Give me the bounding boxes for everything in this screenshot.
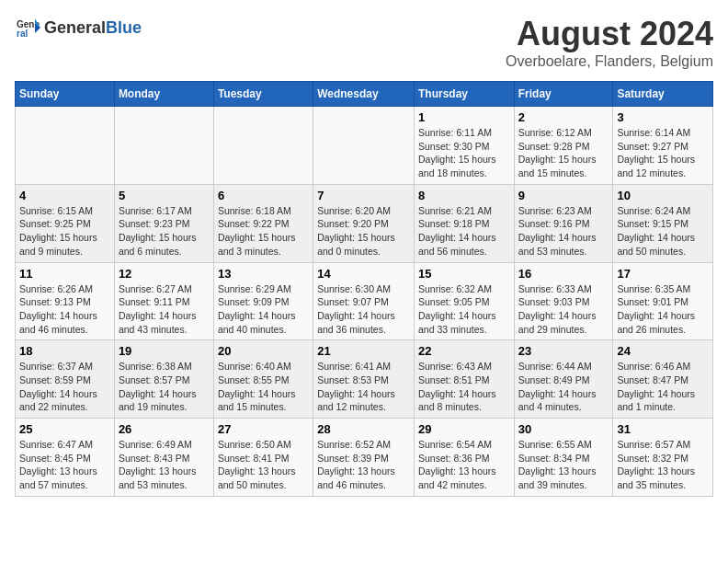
day-info: Sunrise: 6:12 AM Sunset: 9:28 PM Dayligh…	[518, 126, 609, 180]
logo-blue: Blue	[106, 18, 142, 37]
calendar-cell: 26Sunrise: 6:49 AM Sunset: 8:43 PM Dayli…	[114, 419, 213, 497]
day-info: Sunrise: 6:55 AM Sunset: 8:34 PM Dayligh…	[518, 438, 609, 492]
day-number: 10	[617, 189, 709, 202]
day-number: 17	[617, 267, 709, 281]
logo: Gene ral GeneralBlue	[15, 15, 142, 40]
calendar-cell: 10Sunrise: 6:24 AM Sunset: 9:15 PM Dayli…	[613, 184, 713, 262]
calendar-header-row: SundayMondayTuesdayWednesdayThursdayFrid…	[16, 82, 713, 107]
day-number: 25	[19, 422, 110, 436]
day-info: Sunrise: 6:24 AM Sunset: 9:15 PM Dayligh…	[617, 204, 709, 259]
page-header: Gene ral GeneralBlue August 2024 Overboe…	[15, 15, 713, 70]
subtitle: Overboelare, Flanders, Belgium	[506, 53, 713, 70]
day-number: 13	[218, 267, 309, 281]
day-info: Sunrise: 6:30 AM Sunset: 9:07 PM Dayligh…	[317, 282, 410, 337]
day-info: Sunrise: 6:44 AM Sunset: 8:49 PM Dayligh…	[518, 360, 609, 414]
day-number: 24	[617, 344, 709, 358]
calendar-cell	[213, 107, 313, 185]
day-number: 21	[317, 344, 410, 358]
logo-icon: Gene ral	[15, 15, 40, 40]
weekday-header-wednesday: Wednesday	[313, 82, 415, 107]
day-info: Sunrise: 6:21 AM Sunset: 9:18 PM Dayligh…	[418, 204, 510, 259]
day-number: 1	[418, 110, 510, 124]
calendar-cell: 1Sunrise: 6:11 AM Sunset: 9:30 PM Daylig…	[414, 107, 514, 185]
calendar-week-row: 4Sunrise: 6:15 AM Sunset: 9:25 PM Daylig…	[16, 184, 713, 262]
day-info: Sunrise: 6:37 AM Sunset: 8:59 PM Dayligh…	[19, 360, 110, 414]
day-number: 19	[119, 344, 210, 358]
weekday-header-thursday: Thursday	[414, 82, 514, 107]
calendar-cell: 24Sunrise: 6:46 AM Sunset: 8:47 PM Dayli…	[613, 340, 713, 419]
calendar-cell: 29Sunrise: 6:54 AM Sunset: 8:36 PM Dayli…	[414, 419, 514, 497]
calendar-cell: 15Sunrise: 6:32 AM Sunset: 9:05 PM Dayli…	[414, 262, 514, 340]
day-info: Sunrise: 6:15 AM Sunset: 9:25 PM Dayligh…	[19, 204, 110, 259]
day-info: Sunrise: 6:33 AM Sunset: 9:03 PM Dayligh…	[518, 282, 609, 337]
day-number: 20	[218, 344, 309, 358]
day-info: Sunrise: 6:17 AM Sunset: 9:23 PM Dayligh…	[119, 204, 210, 259]
day-info: Sunrise: 6:20 AM Sunset: 9:20 PM Dayligh…	[317, 204, 410, 259]
day-info: Sunrise: 6:23 AM Sunset: 9:16 PM Dayligh…	[518, 204, 609, 259]
calendar-cell: 7Sunrise: 6:20 AM Sunset: 9:20 PM Daylig…	[313, 184, 415, 262]
main-title: August 2024	[506, 15, 713, 53]
day-number: 11	[19, 267, 110, 281]
calendar-cell: 19Sunrise: 6:38 AM Sunset: 8:57 PM Dayli…	[114, 340, 213, 419]
day-info: Sunrise: 6:43 AM Sunset: 8:51 PM Dayligh…	[418, 360, 510, 414]
calendar-cell: 6Sunrise: 6:18 AM Sunset: 9:22 PM Daylig…	[213, 184, 313, 262]
calendar-cell: 27Sunrise: 6:50 AM Sunset: 8:41 PM Dayli…	[213, 419, 313, 497]
calendar-cell: 2Sunrise: 6:12 AM Sunset: 9:28 PM Daylig…	[514, 107, 613, 185]
day-number: 22	[418, 344, 510, 358]
calendar-cell: 30Sunrise: 6:55 AM Sunset: 8:34 PM Dayli…	[514, 419, 613, 497]
calendar-cell: 13Sunrise: 6:29 AM Sunset: 9:09 PM Dayli…	[213, 262, 313, 340]
day-number: 29	[418, 422, 510, 436]
calendar-cell: 25Sunrise: 6:47 AM Sunset: 8:45 PM Dayli…	[16, 419, 115, 497]
calendar-cell: 4Sunrise: 6:15 AM Sunset: 9:25 PM Daylig…	[16, 184, 115, 262]
day-number: 31	[617, 422, 709, 436]
day-info: Sunrise: 6:47 AM Sunset: 8:45 PM Dayligh…	[19, 438, 110, 492]
calendar-table: SundayMondayTuesdayWednesdayThursdayFrid…	[15, 81, 713, 497]
day-number: 9	[518, 189, 609, 202]
calendar-cell: 9Sunrise: 6:23 AM Sunset: 9:16 PM Daylig…	[514, 184, 613, 262]
day-info: Sunrise: 6:26 AM Sunset: 9:13 PM Dayligh…	[19, 282, 110, 337]
calendar-cell: 8Sunrise: 6:21 AM Sunset: 9:18 PM Daylig…	[414, 184, 514, 262]
day-info: Sunrise: 6:32 AM Sunset: 9:05 PM Dayligh…	[418, 282, 510, 337]
calendar-cell: 20Sunrise: 6:40 AM Sunset: 8:55 PM Dayli…	[213, 340, 313, 419]
weekday-header-sunday: Sunday	[16, 82, 115, 107]
day-number: 12	[119, 267, 210, 281]
calendar-cell: 5Sunrise: 6:17 AM Sunset: 9:23 PM Daylig…	[114, 184, 213, 262]
day-number: 23	[518, 344, 609, 358]
day-number: 5	[119, 189, 210, 202]
day-number: 26	[119, 422, 210, 436]
day-number: 6	[218, 189, 309, 202]
calendar-cell: 12Sunrise: 6:27 AM Sunset: 9:11 PM Dayli…	[114, 262, 213, 340]
day-number: 3	[617, 110, 709, 124]
weekday-header-monday: Monday	[114, 82, 213, 107]
calendar-week-row: 18Sunrise: 6:37 AM Sunset: 8:59 PM Dayli…	[16, 340, 713, 419]
day-info: Sunrise: 6:50 AM Sunset: 8:41 PM Dayligh…	[218, 438, 309, 492]
day-info: Sunrise: 6:52 AM Sunset: 8:39 PM Dayligh…	[317, 438, 410, 492]
calendar-cell: 28Sunrise: 6:52 AM Sunset: 8:39 PM Dayli…	[313, 419, 415, 497]
calendar-cell: 21Sunrise: 6:41 AM Sunset: 8:53 PM Dayli…	[313, 340, 415, 419]
svg-text:ral: ral	[17, 29, 28, 39]
calendar-cell: 3Sunrise: 6:14 AM Sunset: 9:27 PM Daylig…	[613, 107, 713, 185]
logo-general: General	[44, 18, 106, 37]
title-area: August 2024 Overboelare, Flanders, Belgi…	[506, 15, 713, 70]
calendar-cell: 11Sunrise: 6:26 AM Sunset: 9:13 PM Dayli…	[16, 262, 115, 340]
day-number: 15	[418, 267, 510, 281]
logo-text: GeneralBlue	[44, 18, 142, 38]
calendar-cell: 18Sunrise: 6:37 AM Sunset: 8:59 PM Dayli…	[16, 340, 115, 419]
day-info: Sunrise: 6:38 AM Sunset: 8:57 PM Dayligh…	[119, 360, 210, 414]
calendar-week-row: 25Sunrise: 6:47 AM Sunset: 8:45 PM Dayli…	[16, 419, 713, 497]
day-number: 2	[518, 110, 609, 124]
calendar-cell: 22Sunrise: 6:43 AM Sunset: 8:51 PM Dayli…	[414, 340, 514, 419]
day-info: Sunrise: 6:54 AM Sunset: 8:36 PM Dayligh…	[418, 438, 510, 492]
calendar-cell: 23Sunrise: 6:44 AM Sunset: 8:49 PM Dayli…	[514, 340, 613, 419]
calendar-week-row: 11Sunrise: 6:26 AM Sunset: 9:13 PM Dayli…	[16, 262, 713, 340]
day-info: Sunrise: 6:35 AM Sunset: 9:01 PM Dayligh…	[617, 282, 709, 337]
day-info: Sunrise: 6:18 AM Sunset: 9:22 PM Dayligh…	[218, 204, 309, 259]
day-number: 30	[518, 422, 609, 436]
day-info: Sunrise: 6:11 AM Sunset: 9:30 PM Dayligh…	[418, 126, 510, 180]
day-number: 7	[317, 189, 410, 202]
weekday-header-saturday: Saturday	[613, 82, 713, 107]
weekday-header-tuesday: Tuesday	[213, 82, 313, 107]
calendar-cell: 31Sunrise: 6:57 AM Sunset: 8:32 PM Dayli…	[613, 419, 713, 497]
calendar-cell	[313, 107, 415, 185]
day-info: Sunrise: 6:46 AM Sunset: 8:47 PM Dayligh…	[617, 360, 709, 414]
